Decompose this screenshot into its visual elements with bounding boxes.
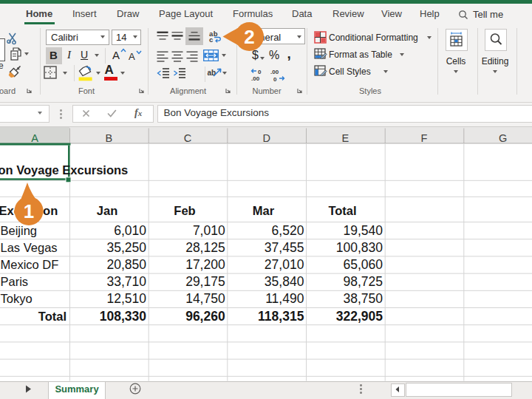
svg-text:Las Vegas: Las Vegas [1,241,58,254]
svg-text:Mexico DF: Mexico DF [1,258,59,271]
svg-text:96,260: 96,260 [185,309,225,324]
svg-text:6,520: 6,520 [272,223,304,238]
svg-text:Paris: Paris [1,275,29,288]
svg-text:35,840: 35,840 [265,274,304,289]
svg-text:17,200: 17,200 [185,257,225,272]
svg-text:A: A [31,132,38,144]
svg-text:1: 1 [24,200,34,222]
svg-text:28,125: 28,125 [185,240,225,255]
svg-text:2: 2 [244,26,254,48]
svg-text:6,010: 6,010 [114,223,146,238]
svg-text:20,850: 20,850 [106,257,146,272]
svg-text:37,455: 37,455 [265,240,304,255]
svg-text:11,490: 11,490 [265,291,304,306]
svg-text:118,315: 118,315 [258,309,304,324]
svg-text:.00: .00 [251,75,260,82]
svg-text:29,175: 29,175 [185,274,225,289]
svg-text:E: E [342,132,349,144]
svg-text:33,710: 33,710 [106,274,146,289]
svg-text:27,010: 27,010 [265,257,304,272]
svg-text:B: B [106,132,113,144]
svg-text:7,010: 7,010 [193,223,225,238]
svg-text:12,510: 12,510 [106,291,146,306]
svg-text:Feb: Feb [174,204,195,217]
svg-text:98,725: 98,725 [343,274,383,289]
svg-text:322,905: 322,905 [336,309,383,324]
svg-text:0: 0 [258,69,262,75]
svg-text:Mar: Mar [253,204,275,217]
svg-text:100,830: 100,830 [336,240,383,255]
svg-text:on Voyage Excursions: on Voyage Excursions [0,163,128,177]
svg-text:108,330: 108,330 [100,309,147,324]
svg-text:65,060: 65,060 [343,257,383,272]
svg-text:14,750: 14,750 [185,291,225,306]
svg-text:Jan: Jan [97,204,117,217]
svg-text:Total: Total [328,204,356,217]
svg-text:.00: .00 [270,69,279,75]
svg-text:Tokyo: Tokyo [1,292,33,305]
svg-text:Total: Total [38,310,66,323]
svg-text:G: G [499,132,507,144]
svg-text:F: F [421,132,428,144]
svg-text:C: C [184,132,191,144]
svg-text:19,540: 19,540 [343,223,383,238]
svg-text:35,250: 35,250 [106,240,146,255]
svg-text:38,750: 38,750 [343,291,383,306]
svg-text:0: 0 [273,76,277,83]
svg-text:D: D [262,132,270,144]
